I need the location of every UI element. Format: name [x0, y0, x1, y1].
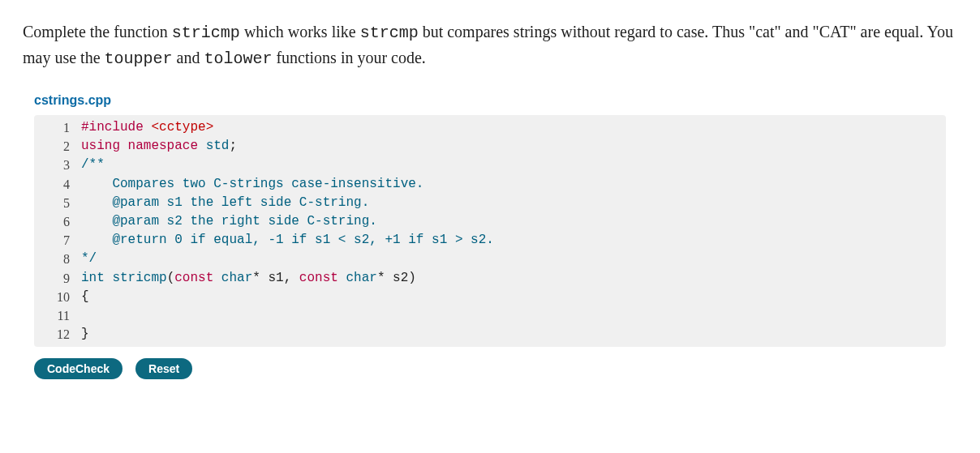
code-line[interactable]: 8*/: [34, 250, 946, 268]
code-content[interactable]: [81, 306, 946, 325]
line-number: 7: [34, 231, 81, 250]
instr-text-4: and: [173, 49, 204, 66]
code-content[interactable]: */: [81, 250, 946, 268]
code-line[interactable]: 12}: [34, 325, 946, 344]
code-line[interactable]: 6 @param s2 the right side C-string.: [34, 212, 946, 231]
code-line[interactable]: 9int stricmp(const char* s1, const char*…: [34, 269, 946, 288]
code-content[interactable]: int stricmp(const char* s1, const char* …: [81, 269, 946, 288]
code-content[interactable]: @param s1 the left side C-string.: [81, 194, 946, 212]
line-number: 3: [34, 156, 81, 174]
code-editor[interactable]: 1#include <cctype>2using namespace std;3…: [34, 115, 946, 347]
code-content[interactable]: }: [81, 325, 946, 344]
code-content[interactable]: Compares two C-strings case-insensitive.: [81, 175, 946, 194]
problem-statement: Complete the function stricmp which work…: [23, 19, 957, 71]
line-number: 2: [34, 137, 81, 156]
reset-button[interactable]: Reset: [135, 358, 192, 379]
code-line[interactable]: 11: [34, 306, 946, 325]
code-line[interactable]: 7 @return 0 if equal, -1 if s1 < s2, +1 …: [34, 231, 946, 250]
line-number: 8: [34, 250, 81, 268]
instr-code-1: stricmp: [172, 24, 240, 42]
button-row: CodeCheck Reset: [23, 358, 957, 379]
line-number: 5: [34, 194, 81, 212]
instr-text-5: functions in your code.: [272, 49, 425, 66]
codecheck-button[interactable]: CodeCheck: [34, 358, 122, 379]
code-content[interactable]: @return 0 if equal, -1 if s1 < s2, +1 if…: [81, 231, 946, 250]
line-number: 9: [34, 269, 81, 288]
code-content[interactable]: using namespace std;: [81, 137, 946, 156]
filename-label: cstrings.cpp: [23, 91, 957, 110]
code-content[interactable]: @param s2 the right side C-string.: [81, 212, 946, 231]
code-line[interactable]: 5 @param s1 the left side C-string.: [34, 194, 946, 212]
line-number: 10: [34, 288, 81, 306]
code-line[interactable]: 2using namespace std;: [34, 137, 946, 156]
instr-text-1: Complete the function: [23, 23, 172, 41]
line-number: 6: [34, 212, 81, 231]
instr-code-2: strcmp: [360, 24, 419, 42]
line-number: 12: [34, 325, 81, 344]
instr-code-4: tolower: [204, 49, 272, 68]
code-line[interactable]: 10{: [34, 288, 946, 306]
code-line[interactable]: 3/**: [34, 156, 946, 174]
code-content[interactable]: {: [81, 288, 946, 306]
line-number: 4: [34, 175, 81, 194]
line-number: 11: [34, 306, 81, 325]
instr-text-2: which works like: [240, 23, 360, 41]
code-line[interactable]: 4 Compares two C-strings case-insensitiv…: [34, 175, 946, 194]
code-content[interactable]: #include <cctype>: [81, 118, 946, 137]
code-line[interactable]: 1#include <cctype>: [34, 118, 946, 137]
code-content[interactable]: /**: [81, 156, 946, 174]
instr-code-3: toupper: [105, 49, 173, 68]
line-number: 1: [34, 118, 81, 137]
